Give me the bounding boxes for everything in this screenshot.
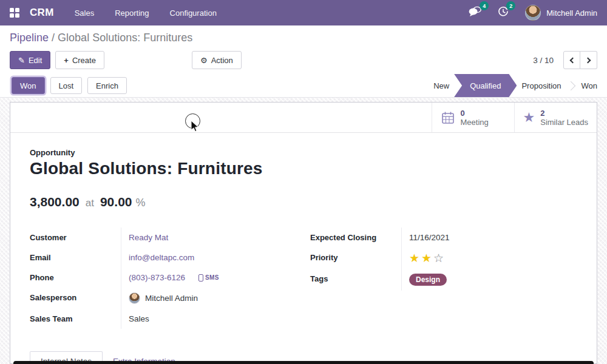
action-button-label: Action xyxy=(211,56,233,65)
crm-app-window: CRM Sales Reporting Configuration 4 2 xyxy=(0,0,607,364)
meeting-label: Meeting xyxy=(461,118,489,127)
breadcrumb-current: Global Solutions: Furnitures xyxy=(58,32,192,44)
breadcrumb-pipeline-link[interactable]: Pipeline xyxy=(10,32,49,44)
stage-won[interactable]: Won xyxy=(572,74,607,97)
pager-previous-button[interactable] xyxy=(563,51,580,69)
priority-star-2-icon[interactable]: ★ xyxy=(421,252,432,264)
stage-new[interactable]: New xyxy=(424,74,459,97)
phone-field-row: Phone (803)-873-6126 SMS xyxy=(30,268,297,288)
record-title: Global Solutions: Furnitures xyxy=(30,159,577,178)
gear-icon: ⚙ xyxy=(200,56,208,65)
app-name[interactable]: CRM xyxy=(30,7,54,19)
salesperson-value[interactable]: Mitchell Admin xyxy=(145,294,198,303)
phone-label: Phone xyxy=(30,268,121,288)
at-label: at xyxy=(86,197,94,209)
pager-next-button[interactable] xyxy=(580,51,597,69)
customer-field-row: Customer Ready Mat xyxy=(30,228,297,248)
messages-button[interactable]: 4 xyxy=(468,5,483,20)
expected-revenue-value: 3,800.00 xyxy=(30,195,80,209)
statusbar: Won Lost Enrich New Qualified Propositio… xyxy=(0,74,607,98)
expected-revenue-row: 3,800.00 at 90.00 % xyxy=(30,195,577,209)
apps-grid-square xyxy=(15,13,19,18)
form-view-background: 0 Meeting ★ 2 Similar Leads Opportunity … xyxy=(0,98,607,364)
stage-proposition[interactable]: Proposition xyxy=(512,74,571,97)
tag-design-pill[interactable]: Design xyxy=(409,274,447,286)
salesperson-field-row: Salesperson Mitchell Admin xyxy=(30,288,297,309)
expected-closing-value[interactable]: 11/16/2021 xyxy=(409,233,450,242)
star-icon: ★ xyxy=(523,111,535,124)
breadcrumb: Pipeline / Global Solutions: Furnitures xyxy=(10,32,597,44)
apps-grid-square xyxy=(15,8,19,12)
email-label: Email xyxy=(30,248,121,268)
priority-star-1-icon[interactable]: ★ xyxy=(409,252,419,264)
activities-button[interactable]: 2 xyxy=(497,5,509,20)
customer-label: Customer xyxy=(30,228,121,248)
fields-right-group: Expected Closing 11/16/2021 Priority ★ ★… xyxy=(310,228,577,291)
tags-label: Tags xyxy=(310,269,401,291)
record-type-label: Opportunity xyxy=(30,148,577,157)
menu-configuration[interactable]: Configuration xyxy=(170,8,217,18)
control-panel: Pipeline / Global Solutions: Furnitures … xyxy=(0,25,607,74)
meeting-stat-button[interactable]: 0 Meeting xyxy=(432,103,514,132)
expected-closing-label: Expected Closing xyxy=(310,228,401,248)
action-menu-button[interactable]: ⚙ Action xyxy=(192,51,242,69)
screencast-bottom-bar xyxy=(13,361,594,364)
percent-sign: % xyxy=(136,197,146,209)
top-navbar: CRM Sales Reporting Configuration 4 2 xyxy=(0,0,607,25)
sms-button[interactable]: SMS xyxy=(198,274,219,281)
pencil-icon: ✎ xyxy=(18,56,25,65)
mobile-phone-icon xyxy=(198,274,203,281)
similar-leads-count: 2 xyxy=(540,109,588,118)
stat-button-bar: 0 Meeting ★ 2 Similar Leads xyxy=(10,103,597,133)
enrich-button[interactable]: Enrich xyxy=(87,77,127,94)
edit-button-label: Edit xyxy=(29,56,42,65)
sales-team-label: Sales Team xyxy=(30,309,121,329)
apps-menu-icon[interactable] xyxy=(10,8,20,18)
email-field-row: Email info@deltapc.com xyxy=(30,248,297,268)
menu-reporting[interactable]: Reporting xyxy=(115,8,149,18)
apps-grid-square xyxy=(10,13,14,18)
pager-counter: 3 / 10 xyxy=(533,56,554,65)
salesperson-label: Salesperson xyxy=(30,288,121,309)
meeting-stat-text: 0 Meeting xyxy=(461,109,489,127)
priority-star-3-icon[interactable]: ☆ xyxy=(433,252,444,264)
meeting-count: 0 xyxy=(461,109,489,118)
user-name[interactable]: Mitchell Admin xyxy=(546,8,597,18)
messages-badge: 4 xyxy=(480,1,489,10)
form-sheet: 0 Meeting ★ 2 Similar Leads Opportunity … xyxy=(10,102,597,364)
chevron-left-icon xyxy=(570,57,576,63)
navbar-right: 4 2 Mitchell Admin xyxy=(453,5,597,21)
expected-closing-field-row: Expected Closing 11/16/2021 xyxy=(310,228,577,248)
sales-team-value[interactable]: Sales xyxy=(129,314,149,323)
salesperson-avatar xyxy=(129,292,140,304)
cursor-click-indicator xyxy=(185,113,201,129)
calendar-icon xyxy=(441,110,455,125)
fields-grid: Customer Ready Mat Email info@deltapc.co… xyxy=(30,228,577,329)
email-value-link[interactable]: info@deltapc.com xyxy=(129,253,194,262)
create-button[interactable]: + Create xyxy=(55,51,104,69)
probability-value: 90.00 xyxy=(100,195,132,209)
similar-leads-stat-button[interactable]: ★ 2 Similar Leads xyxy=(514,103,597,132)
sales-team-field-row: Sales Team Sales xyxy=(30,309,297,329)
similar-leads-label: Similar Leads xyxy=(540,118,588,127)
activities-badge: 2 xyxy=(506,1,515,10)
customer-value-link[interactable]: Ready Mat xyxy=(129,233,168,242)
priority-field-row: Priority ★ ★ ☆ xyxy=(310,248,577,269)
sms-label: SMS xyxy=(205,274,219,281)
tags-field-row: Tags Design xyxy=(310,269,577,291)
edit-button[interactable]: ✎ Edit xyxy=(10,51,50,69)
apps-grid-square xyxy=(10,8,14,12)
mouse-cursor-icon xyxy=(191,120,199,132)
lost-button[interactable]: Lost xyxy=(50,77,83,94)
user-avatar[interactable] xyxy=(525,5,541,21)
control-panel-buttons: ✎ Edit + Create ⚙ Action 3 / 10 xyxy=(10,51,597,69)
similar-leads-stat-text: 2 Similar Leads xyxy=(540,109,588,127)
stage-qualified-active[interactable]: Qualified xyxy=(454,74,517,97)
won-button[interactable]: Won xyxy=(12,77,45,94)
create-button-label: Create xyxy=(72,56,96,65)
breadcrumb-separator: / xyxy=(52,32,55,44)
phone-value-link[interactable]: (803)-873-6126 xyxy=(129,273,185,282)
priority-label: Priority xyxy=(310,248,401,269)
plus-icon: + xyxy=(64,56,69,65)
menu-sales[interactable]: Sales xyxy=(75,8,95,18)
